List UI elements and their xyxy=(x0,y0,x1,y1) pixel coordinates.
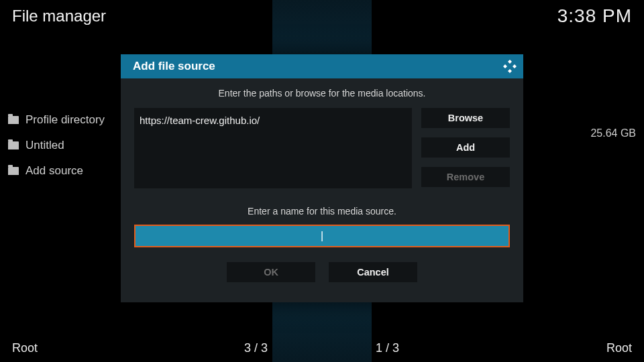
add-button[interactable]: Add xyxy=(421,137,510,158)
dialog-prompt-paths: Enter the paths or browse for the media … xyxy=(121,88,523,99)
dialog-titlebar: Add file source xyxy=(121,54,523,78)
list-item-label: Profile directory xyxy=(25,113,105,127)
ok-button: OK xyxy=(227,262,315,282)
path-entry[interactable]: https://team-crew.github.io/ xyxy=(138,113,408,127)
folder-icon xyxy=(8,116,19,124)
list-item-label: Untitled xyxy=(25,139,64,152)
dialog-title: Add file source xyxy=(133,60,215,73)
source-name-field-wrap[interactable]: | xyxy=(134,225,510,247)
status-bar: Root 3 / 3 1 / 3 Root xyxy=(0,341,644,355)
cancel-button[interactable]: Cancel xyxy=(329,262,417,282)
add-file-source-dialog: Add file source Enter the paths or brows… xyxy=(121,54,523,302)
clock: 3:38 PM xyxy=(557,5,632,27)
list-item-label: Add source xyxy=(25,164,83,178)
status-left-count: 3 / 3 xyxy=(244,341,268,355)
dialog-prompt-name: Enter a name for this media source. xyxy=(121,206,523,217)
kodi-logo-icon xyxy=(502,58,518,74)
status-right-root: Root xyxy=(606,341,632,355)
folder-icon xyxy=(8,141,19,149)
status-left-root: Root xyxy=(12,341,38,355)
paths-list[interactable]: https://team-crew.github.io/ xyxy=(134,108,412,188)
list-item-size: 25.64 GB xyxy=(590,127,636,139)
page-title: File manager xyxy=(12,7,106,25)
source-name-input[interactable] xyxy=(136,226,508,246)
folder-icon xyxy=(8,167,19,175)
status-right-count: 1 / 3 xyxy=(376,341,399,355)
browse-button[interactable]: Browse xyxy=(421,108,510,128)
remove-button: Remove xyxy=(421,167,510,187)
